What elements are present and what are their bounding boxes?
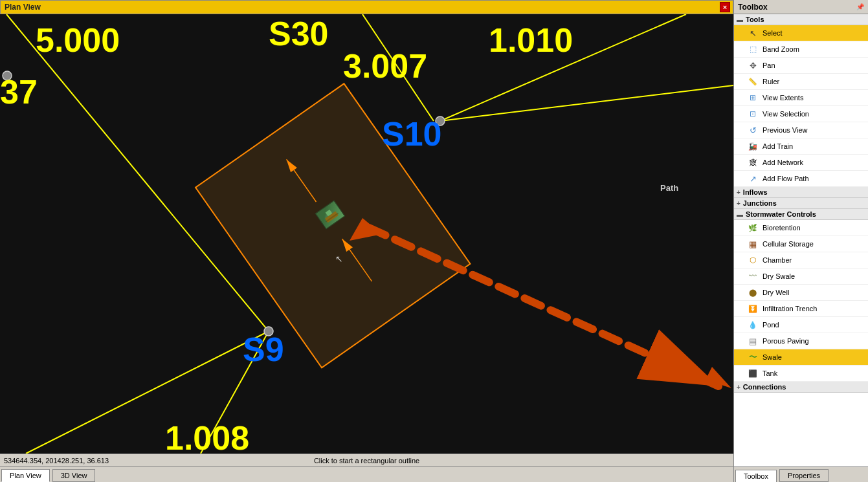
svg-line-3 — [440, 85, 733, 121]
tool-dry-swale[interactable]: Dry Swale — [734, 268, 868, 285]
3d-view-tab[interactable]: 3D View — [52, 469, 96, 482]
tools-expand-icon: ▬ — [737, 16, 743, 23]
tool-previous-view-label: Previous View — [762, 126, 808, 134]
status-message: Click to start a rectangular outline — [314, 457, 419, 465]
tool-infiltration-trench-label: Infiltration Trench — [762, 305, 817, 312]
tank-icon — [747, 367, 759, 379]
tool-pan[interactable]: Pan — [734, 58, 868, 74]
ruler-icon — [747, 76, 759, 87]
map-label-s30: S30 — [269, 14, 329, 53]
add-train-icon — [747, 140, 759, 152]
select-icon — [747, 27, 759, 39]
plan-view-title-bar: Plan View × — [0, 0, 733, 14]
inflows-expand-icon: + — [737, 189, 740, 196]
tools-section-header[interactable]: ▬ Tools — [734, 14, 868, 25]
tool-pond[interactable]: Pond — [734, 317, 868, 333]
annotation-dashed-arrow — [369, 228, 718, 386]
swale-icon — [747, 351, 759, 363]
toolbox-bottom-tabs: Toolbox Properties — [734, 466, 868, 482]
stormwater-section-label: Stormwater Controls — [746, 210, 816, 218]
tool-pan-label: Pan — [762, 61, 775, 69]
map-label-1010: 1.010 — [489, 21, 573, 60]
junctions-section-header[interactable]: + Junctions — [734, 198, 868, 209]
tool-swale[interactable]: Swale — [734, 349, 868, 366]
tool-view-selection-label: View Selection — [762, 110, 809, 118]
status-coords: 534644.354, 201428.251, 36.613 — [4, 457, 109, 465]
junctions-expand-icon: + — [737, 200, 740, 207]
dry-swale-icon — [747, 270, 759, 282]
path-label: Path — [660, 183, 731, 193]
junctions-section-label: Junctions — [743, 199, 777, 207]
view-tab-bar: Plan View 3D View — [0, 466, 733, 482]
tool-view-selection[interactable]: View Selection — [734, 106, 868, 122]
view-selection-icon — [747, 108, 759, 120]
tool-swale-label: Swale — [762, 353, 782, 361]
tool-previous-view[interactable]: Previous View — [734, 122, 868, 138]
map-label-37: 37 — [0, 72, 38, 111]
tool-bioretention[interactable]: Bioretention — [734, 220, 868, 236]
map-label-5000: 5.000 — [36, 21, 120, 60]
map-canvas[interactable]: 5.000 S30 1.010 37 3.007 1.008 S10 S9 ↖ … — [0, 14, 733, 454]
pond-icon — [747, 319, 759, 331]
bioretention-icon — [747, 222, 759, 234]
toolbox-header: Toolbox 📌 — [734, 0, 868, 14]
plan-view-tab[interactable]: Plan View — [1, 469, 50, 482]
tool-dry-swale-label: Dry Swale — [762, 272, 795, 280]
tools-section-label: Tools — [746, 16, 764, 23]
map-label-s10: S10 — [382, 115, 442, 153]
tool-add-flow-path-label: Add Flow Path — [762, 175, 809, 182]
plan-view-title: Plan View — [5, 3, 41, 12]
infiltration-trench-icon — [747, 303, 759, 314]
pan-icon — [747, 60, 759, 71]
tool-band-zoom-label: Band Zoom — [762, 45, 799, 53]
tool-tank-label: Tank — [762, 369, 777, 377]
tool-add-train[interactable]: Add Train — [734, 138, 868, 155]
tool-pond-label: Pond — [762, 321, 779, 329]
dry-well-icon — [747, 287, 759, 298]
chamber-icon — [747, 254, 759, 266]
toolbox-tab-properties[interactable]: Properties — [779, 469, 829, 482]
tool-dry-well[interactable]: Dry Well — [734, 285, 868, 301]
map-label-3007: 3.007 — [343, 47, 427, 85]
tool-add-flow-path[interactable]: Add Flow Path — [734, 171, 868, 187]
tool-porous-paving[interactable]: Porous Paving — [734, 333, 868, 349]
status-bar: 534644.354, 201428.251, 36.613 Click to … — [0, 454, 733, 466]
tool-porous-paving-label: Porous Paving — [762, 337, 809, 345]
tool-chamber[interactable]: Chamber — [734, 252, 868, 268]
tool-cellular-storage[interactable]: Cellular Storage — [734, 236, 868, 252]
map-label-s9: S9 — [243, 330, 284, 369]
tool-tank[interactable]: Tank — [734, 366, 868, 382]
plan-view-close-button[interactable]: × — [720, 2, 730, 12]
connections-expand-icon: + — [737, 384, 740, 391]
toolbox-pin-icon[interactable]: 📌 — [856, 3, 864, 10]
add-flow-path-icon — [747, 173, 759, 184]
tool-add-train-label: Add Train — [762, 142, 793, 150]
connections-section-header[interactable]: + Connections — [734, 382, 868, 393]
tool-add-network-label: Add Network — [762, 159, 803, 166]
view-extents-icon — [747, 92, 759, 104]
add-network-icon — [747, 157, 759, 168]
inflows-section-header[interactable]: + Inflows — [734, 187, 868, 198]
tool-view-extents[interactable]: View Extents — [734, 90, 868, 106]
inflows-section-label: Inflows — [743, 188, 768, 196]
tool-cellular-storage-label: Cellular Storage — [762, 240, 814, 248]
tool-add-network[interactable]: Add Network — [734, 155, 868, 171]
toolbox-title: Toolbox — [738, 3, 768, 12]
cellular-storage-icon — [747, 238, 759, 250]
toolbox-content: ▬ Tools Select Band Zoom Pan Ruler View … — [734, 14, 868, 466]
connections-section-label: Connections — [743, 383, 786, 391]
tool-bioretention-label: Bioretention — [762, 224, 801, 232]
previous-view-icon — [747, 124, 759, 136]
band-zoom-icon — [747, 43, 759, 55]
tool-infiltration-trench[interactable]: Infiltration Trench — [734, 301, 868, 317]
tool-band-zoom[interactable]: Band Zoom — [734, 41, 868, 58]
stormwater-controls-section-header[interactable]: ▬ Stormwater Controls — [734, 209, 868, 220]
toolbox-header-icons: 📌 — [856, 3, 864, 10]
tool-select[interactable]: Select — [734, 25, 868, 41]
map-label-1008: 1.008 — [165, 419, 249, 454]
tool-dry-well-label: Dry Well — [762, 289, 789, 296]
porous-paving-icon — [747, 335, 759, 347]
toolbox-tab-toolbox[interactable]: Toolbox — [735, 470, 777, 482]
tool-ruler[interactable]: Ruler — [734, 74, 868, 90]
tool-select-label: Select — [762, 29, 783, 37]
